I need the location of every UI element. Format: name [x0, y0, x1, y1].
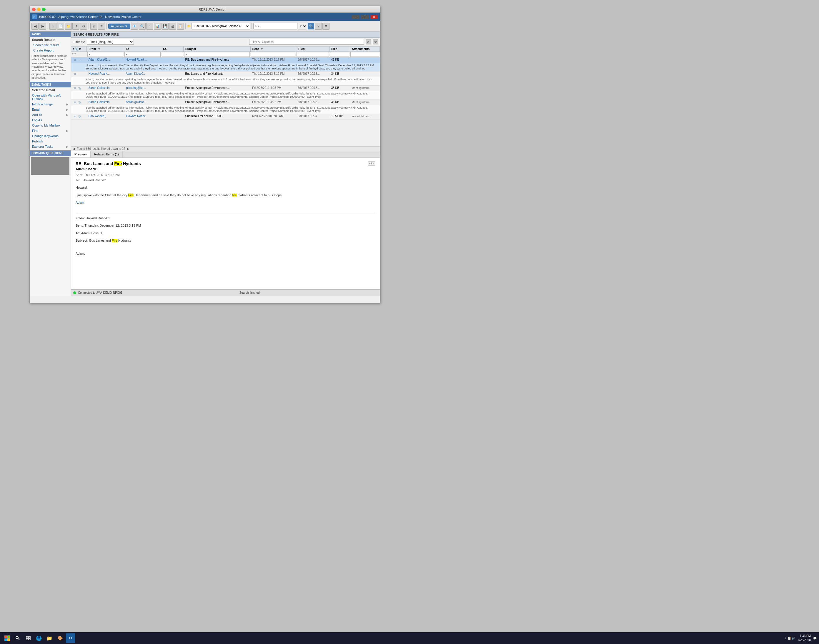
row-icons-cell: ✉ ↩: [71, 57, 87, 63]
orig-greeting: Adam,: [76, 251, 375, 256]
tab-related-items[interactable]: Related Items (1): [90, 151, 122, 158]
sidebar-item-copy-to-mailbox[interactable]: Copy to My Mailbox: [30, 123, 70, 128]
row-from: Sarah Goldstein: [89, 100, 122, 104]
sidebar-item-log-as[interactable]: Log As: [30, 117, 70, 123]
sidebar-item-email[interactable]: Email ▶: [30, 107, 70, 112]
filter-size-cell: [329, 52, 350, 57]
table-row[interactable]: ✉ ↩ Adam Klose01... Howard Roark...: [71, 57, 380, 63]
email-preview-title: RE: Bus Lanes and Fire Hydrants: [76, 161, 141, 166]
tb-icon2[interactable]: 🔍: [139, 23, 145, 30]
tb-icon5[interactable]: 💾: [162, 23, 168, 30]
code-view-button[interactable]: </>: [368, 161, 375, 166]
tb-icon6[interactable]: 🖨: [169, 23, 176, 30]
row-to: 'Howard Roark': [126, 115, 159, 118]
filter-filed-cell: [296, 52, 329, 57]
sidebar-item-selected-email: Selected Email: [30, 87, 70, 93]
col-header-attachments[interactable]: Attachments: [350, 46, 380, 52]
col-header-filed[interactable]: Filed: [296, 46, 329, 52]
row-preview-text4: See the attached pdf for additional info…: [86, 106, 377, 112]
sidebar-item-open-outlook[interactable]: Open with Microsoft Outlook: [30, 93, 70, 101]
status-bar: Connected to JMA-DEMO-NPC01 Search finis…: [71, 289, 380, 296]
tb-icon3[interactable]: ↑: [146, 23, 153, 30]
sidebar-desc: Refine results using filters or select a…: [30, 53, 70, 81]
email-tasks-section: EMAIL TASKS Selected Email Open with Mic…: [30, 82, 70, 149]
table-row[interactable]: ✉ 📎 Bob Welder ( 'Howard Roark': [71, 114, 380, 120]
sidebar-item-publish[interactable]: Publish: [30, 139, 70, 144]
sidebar-item-create-report[interactable]: Create Report: [30, 48, 70, 53]
sidebar-item-search-results[interactable]: Search Results: [30, 37, 70, 42]
project-selector[interactable]: 1999009.02 - Alpengrove Science C: [191, 23, 250, 29]
window-restore-btn[interactable]: ☐: [361, 15, 369, 19]
filter-sent-input[interactable]: [251, 52, 295, 57]
sidebar-item-add-to[interactable]: Add To ▶: [30, 112, 70, 117]
sidebar-item-info-exchange[interactable]: Info Exchange ▶: [30, 101, 70, 107]
sidebar-item-search-the-results[interactable]: Search the results: [30, 42, 70, 48]
window-close-btn[interactable]: ✕: [370, 15, 377, 19]
tb-icon7[interactable]: 📋: [177, 23, 184, 30]
maximize-button[interactable]: [42, 8, 46, 11]
col-header-from[interactable]: From ▼: [87, 46, 124, 52]
window-minimize-btn[interactable]: —: [352, 15, 360, 19]
search-button[interactable]: 🔍: [308, 23, 314, 29]
search-type-select[interactable]: ▼: [298, 23, 307, 29]
folder-button[interactable]: 📁: [65, 23, 72, 30]
tb-icon1[interactable]: 📧: [131, 23, 138, 30]
filter-bar: Filter by: Email (.msg, .eml) ✕ ⚙: [71, 38, 380, 46]
table-row-preview: Howard, I just spoke with the Chief at t…: [71, 63, 380, 72]
row-preview-cell: Howard, I just spoke with the Chief at t…: [71, 63, 380, 72]
filter-subject-input[interactable]: [184, 52, 250, 57]
scroll-right-btn[interactable]: ▶: [127, 147, 129, 150]
home-button[interactable]: ⌂: [49, 23, 57, 30]
filter-size-input[interactable]: [330, 52, 349, 57]
scroll-left-btn[interactable]: ◀: [73, 147, 75, 150]
row-attach-cell: ace wtr htr an...: [350, 114, 380, 120]
email-signature: Adam: [76, 200, 375, 205]
minimize-button[interactable]: [37, 8, 41, 11]
row-filed: 6/8/2017 10:38...: [298, 100, 328, 104]
filter-from-input[interactable]: [87, 52, 124, 57]
forward-button[interactable]: ▶: [39, 23, 46, 30]
activities-label: Activities: [111, 25, 124, 28]
activities-button[interactable]: Activities ▼: [108, 23, 130, 29]
col-header-sent[interactable]: Sent ▼: [250, 46, 295, 52]
help-button[interactable]: ?: [315, 23, 322, 30]
col-header-cc[interactable]: CC: [161, 46, 184, 52]
search-input[interactable]: [253, 23, 297, 29]
filter-settings-button[interactable]: ⚙: [373, 39, 378, 44]
tasks-section: TASKS Search Results Search the results …: [30, 32, 70, 81]
filter-to-input[interactable]: [124, 52, 161, 57]
col-header-size[interactable]: Size: [329, 46, 350, 52]
tb-icon4[interactable]: 📊: [154, 23, 161, 30]
row-attach-cell: [350, 72, 380, 77]
filter-type-select[interactable]: Email (.msg, .eml): [87, 39, 134, 45]
row-size-cell: 34 KB: [329, 72, 350, 77]
table-row[interactable]: ✉ Howard Roark... Adam Klose01: [71, 72, 380, 77]
preview-tabs: Preview Related Items (1): [71, 151, 380, 158]
filter-all-columns-input[interactable]: [249, 39, 364, 45]
close-button[interactable]: [32, 8, 35, 11]
sidebar-item-find[interactable]: Find ▶: [30, 128, 70, 133]
back-button[interactable]: ◀: [32, 23, 38, 30]
results-count: Found 686 results filtered down to 12: [77, 147, 126, 150]
filter-filed-input[interactable]: [297, 52, 329, 57]
row-subject-cell: Project: Alpengrove Environmen...: [184, 86, 251, 91]
filter-attach-input[interactable]: [351, 52, 379, 57]
refresh-button[interactable]: ↺: [72, 23, 80, 30]
grid-button[interactable]: ⊞: [90, 23, 97, 30]
app-title-bar: N 1999009.02 - Alpengrove Science Center…: [30, 13, 380, 21]
table-row[interactable]: ✉ 📎 Sarah Goldstein 'pkeating@ke...: [71, 86, 380, 91]
table-row[interactable]: ✉ 📎 Sarah Goldstein 'sarah.goldste...: [71, 100, 380, 105]
col-header-icons[interactable]: ! 📎 #: [71, 46, 87, 52]
menu-button[interactable]: ▼: [322, 23, 329, 30]
list-button[interactable]: ≡: [98, 23, 105, 30]
filter-cc-input[interactable]: [162, 52, 183, 57]
col-header-to[interactable]: To: [124, 46, 161, 52]
settings-button[interactable]: ⚙: [80, 23, 87, 30]
sidebar-item-change-keywords[interactable]: Change Keywords: [30, 133, 70, 139]
row-size-cell: 36 KB: [329, 100, 350, 105]
tab-preview[interactable]: Preview: [71, 151, 90, 158]
filter-clear-button[interactable]: ✕: [366, 39, 371, 44]
sidebar-item-explorer-tasks[interactable]: Explorer Tasks ▶: [30, 144, 70, 149]
doc-button[interactable]: 📄: [57, 23, 64, 30]
col-header-subject[interactable]: Subject: [184, 46, 251, 52]
